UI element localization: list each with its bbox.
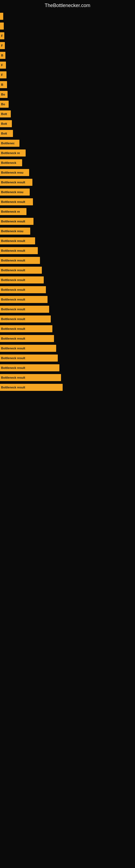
bar-label: Bo xyxy=(1,93,5,96)
bar-row: Bottleneck result xyxy=(0,247,135,254)
bar-item: Bottleneck result xyxy=(0,247,38,254)
bar-item: Bottleneck result xyxy=(0,374,61,381)
bar-label: Bottleneck result xyxy=(1,327,25,330)
bar-item: Bottleneck xyxy=(0,159,22,166)
bar-item: Bottleneck resu xyxy=(0,188,30,195)
bar-item: Bottleneck result xyxy=(0,384,63,391)
bar-row: F xyxy=(0,71,135,79)
bar-item: Bo xyxy=(0,91,8,98)
bar-label: Bottleneck result xyxy=(1,356,25,360)
bar-item: B xyxy=(0,52,5,59)
bar-row xyxy=(0,22,135,30)
bar-item: Bottleneck result xyxy=(0,257,40,264)
bar-label: F xyxy=(1,73,3,76)
bar-row: Bottleneck re xyxy=(0,208,135,215)
bar-label: B xyxy=(1,54,3,57)
bar-label: Bottleneck result xyxy=(1,200,25,204)
bar-item: Bottleneck re xyxy=(0,150,26,156)
bar-row: Bottleneck result xyxy=(0,383,135,391)
bar-item: Bottleneck result xyxy=(0,218,34,225)
bar-label: Bottleneck result xyxy=(1,249,25,252)
bar-row: Bottleneck result xyxy=(0,198,135,206)
bar-row: Bottleneck result xyxy=(0,218,135,225)
bar-label: Bottleneck result xyxy=(1,288,25,291)
bar-row: Bottleneck result xyxy=(0,315,135,323)
bar-item: F xyxy=(0,71,6,79)
bar-item xyxy=(0,13,3,20)
bar-row: F xyxy=(0,61,135,69)
bar-row: Bott xyxy=(0,110,135,118)
bar-item: Bottlenec xyxy=(0,140,19,147)
bar-item: Bottleneck result xyxy=(0,364,59,371)
bar-item: Bott xyxy=(0,111,11,118)
bar-label: F xyxy=(1,63,3,67)
bar-label: B xyxy=(1,83,3,86)
bar-row: Bottleneck result xyxy=(0,286,135,293)
bar-label: Bott xyxy=(1,122,7,125)
bar-item: Bottleneck result xyxy=(0,335,54,342)
bar-label: Bottleneck result xyxy=(1,317,25,321)
bar-row: Bottleneck resu xyxy=(0,188,135,196)
bar-row: Bottleneck result xyxy=(0,354,135,362)
bar-row: Bottlenec xyxy=(0,140,135,147)
bar-row: Bottleneck result xyxy=(0,305,135,313)
site-title-text: TheBottlenecker.com xyxy=(0,0,135,10)
bar-label: Bottleneck result xyxy=(1,220,25,223)
bar-item: Bottleneck result xyxy=(0,315,51,322)
bar-label: F xyxy=(1,44,3,47)
bar-row: Bott xyxy=(0,120,135,127)
bar-label: Bottleneck result xyxy=(1,366,25,369)
bar-label: Bottleneck result xyxy=(1,298,25,301)
bar-row: Bottleneck result xyxy=(0,276,135,284)
bar-label: Bott xyxy=(1,132,7,135)
bar-item: Bottleneck result xyxy=(0,325,52,332)
bar-label: Bott xyxy=(1,112,7,116)
bar-item: Bott xyxy=(0,130,13,137)
bar-item: Bottleneck result xyxy=(0,276,44,283)
bar-item: F xyxy=(0,42,5,49)
bar-row: Bo xyxy=(0,100,135,108)
bar-item: Bottleneck re xyxy=(0,208,27,215)
bar-row: Bottleneck result xyxy=(0,257,135,264)
bar-label: Bottleneck result xyxy=(1,239,25,243)
bar-label: Bottleneck result xyxy=(1,308,25,311)
bar-item: Bottleneck result xyxy=(0,306,49,313)
bar-row: Bott xyxy=(0,130,135,137)
bar-item: Bottleneck result xyxy=(0,179,32,186)
bar-label: Bottleneck result xyxy=(1,181,25,184)
bar-row: Bottleneck result xyxy=(0,237,135,245)
bar-label: Bottlenec xyxy=(1,142,14,145)
bar-item: F xyxy=(0,32,4,39)
bar-row: F xyxy=(0,32,135,40)
bar-label: Bottleneck resu xyxy=(1,190,24,194)
bar-row: Bottleneck result xyxy=(0,296,135,303)
bar-row: Bottleneck result xyxy=(0,364,135,372)
bar-row: B xyxy=(0,52,135,59)
bar-item: Bottleneck result xyxy=(0,345,56,352)
bar-label: Bottleneck resu xyxy=(1,229,24,233)
bar-row: Bottleneck result xyxy=(0,335,135,342)
bars-container: FFBFFBBoBoBottBottBottBottlenecBottlenec… xyxy=(0,10,135,391)
bar-row: B xyxy=(0,81,135,88)
bar-row: Bottleneck result xyxy=(0,267,135,274)
bar-row: Bottleneck result xyxy=(0,374,135,381)
bar-item: Bottleneck result xyxy=(0,286,46,293)
bar-label: Bottleneck result xyxy=(1,376,25,379)
bar-item xyxy=(0,23,4,30)
bar-item: Bo xyxy=(0,101,9,108)
bar-row: Bottleneck result xyxy=(0,179,135,186)
bar-label: Bottleneck result xyxy=(1,269,25,272)
bar-item: F xyxy=(0,62,6,69)
bar-item: Bott xyxy=(0,120,12,127)
bar-item: Bottleneck result xyxy=(0,267,42,274)
bar-row: Bottleneck resu xyxy=(0,227,135,235)
bar-label: Bottleneck resu xyxy=(1,171,24,174)
bar-row: Bottleneck result xyxy=(0,344,135,352)
bar-label: Bottleneck re xyxy=(1,151,20,155)
bar-label: Bo xyxy=(1,102,5,106)
bar-item: Bottleneck result xyxy=(0,296,48,303)
bar-label: Bottleneck result xyxy=(1,278,25,282)
bar-row: Bottleneck resu xyxy=(0,169,135,176)
bar-row: Bottleneck result xyxy=(0,325,135,333)
bar-label: Bottleneck result xyxy=(1,386,25,389)
